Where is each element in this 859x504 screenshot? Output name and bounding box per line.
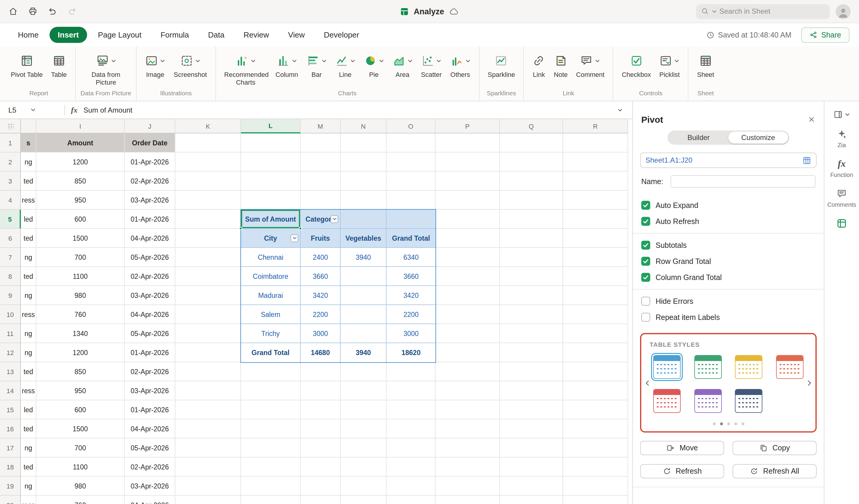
- panel-toggle-button[interactable]: [833, 110, 850, 119]
- ribbon-item-bar[interactable]: Bar: [303, 52, 330, 80]
- menu-tab-review[interactable]: Review: [235, 27, 277, 43]
- cell-p-16[interactable]: [436, 420, 500, 439]
- cell-p-7[interactable]: [436, 248, 500, 267]
- pivot-corner-cell[interactable]: Sum of Amount: [241, 210, 301, 229]
- pivot-city-chennai[interactable]: Chennai: [241, 248, 301, 267]
- cell-p-5[interactable]: [436, 210, 500, 229]
- undo-icon[interactable]: [48, 6, 57, 16]
- option-auto-refresh[interactable]: Auto Refresh: [640, 213, 817, 230]
- cell-n-15[interactable]: [341, 400, 387, 420]
- cell-q-13[interactable]: [500, 362, 563, 381]
- cell-i-7[interactable]: 700: [36, 248, 125, 267]
- cell-partial-16[interactable]: ted: [21, 420, 36, 439]
- column-header-o[interactable]: O: [387, 119, 436, 133]
- checkbox-repeat-item-labels[interactable]: [641, 313, 650, 322]
- pivot-name-input[interactable]: [670, 175, 815, 188]
- cell-partial-13[interactable]: ted: [21, 362, 36, 381]
- cell-k-9[interactable]: [175, 286, 241, 305]
- option-repeat-item-labels[interactable]: Repeat item Labels: [640, 309, 817, 325]
- pivot-table-range[interactable]: Sum of AmountCategoryCityFruitsVegetable…: [240, 209, 436, 363]
- cell-j-18[interactable]: 02-Apr-2026: [125, 458, 175, 477]
- cell-p-14[interactable]: [436, 381, 500, 400]
- cell-k-8[interactable]: [175, 267, 241, 286]
- cell-partial-19[interactable]: ng: [21, 477, 36, 496]
- cell-partial-12[interactable]: ng: [21, 343, 36, 362]
- chevron-down-icon[interactable]: [674, 58, 680, 63]
- cell-q-15[interactable]: [500, 400, 563, 420]
- cell-partial-17[interactable]: ng: [21, 439, 36, 458]
- cell-k-20[interactable]: [175, 496, 241, 504]
- cell-partial-5[interactable]: led: [21, 210, 36, 229]
- cell-q-16[interactable]: [500, 420, 563, 439]
- cell-m-3[interactable]: [301, 172, 341, 191]
- tab-builder[interactable]: Builder: [669, 132, 728, 144]
- menu-tab-home[interactable]: Home: [10, 27, 47, 43]
- ribbon-item-screenshot[interactable]: Screenshot: [170, 52, 210, 80]
- cell-p-18[interactable]: [436, 458, 500, 477]
- cell-k-15[interactable]: [175, 400, 241, 420]
- cell-partial-9[interactable]: ng: [21, 286, 36, 305]
- cell-r-1[interactable]: [563, 133, 628, 153]
- tab-customize[interactable]: Customize: [728, 132, 788, 144]
- table-style-blue[interactable]: [653, 355, 681, 379]
- cell-partial-6[interactable]: ted: [21, 229, 36, 248]
- cell-j-16[interactable]: 04-Apr-2026: [125, 420, 175, 439]
- cell-partial-7[interactable]: ng: [21, 248, 36, 267]
- cell-i-9[interactable]: 980: [36, 286, 125, 305]
- cell-o-3[interactable]: [387, 172, 436, 191]
- option-column-grand-total[interactable]: Column Grand Total: [640, 269, 817, 285]
- search-box[interactable]: [696, 4, 830, 19]
- cell-l-14[interactable]: [241, 381, 301, 400]
- cell-o-17[interactable]: [387, 439, 436, 458]
- cell-o-14[interactable]: [387, 381, 436, 400]
- refresh-all-button[interactable]: Refresh All: [733, 464, 817, 478]
- cell-partial-8[interactable]: ted: [21, 267, 36, 286]
- cell-j-14[interactable]: 03-Apr-2026: [125, 381, 175, 400]
- cell-r-13[interactable]: [563, 362, 628, 381]
- cell-k-17[interactable]: [175, 439, 241, 458]
- pivot-value[interactable]: 2400: [301, 248, 341, 267]
- row-header-19[interactable]: 19: [0, 477, 21, 496]
- cell-i-6[interactable]: 1500: [36, 229, 125, 248]
- cell-q-9[interactable]: [500, 286, 563, 305]
- cell-q-2[interactable]: [500, 153, 563, 172]
- cell-p-15[interactable]: [436, 400, 500, 420]
- ribbon-item-data-from-picture[interactable]: Data from Picture: [81, 52, 131, 87]
- ribbon-item-pie[interactable]: Pie: [360, 52, 388, 80]
- cell-p-10[interactable]: [436, 305, 500, 324]
- cell-p-1[interactable]: [436, 133, 500, 153]
- select-all-corner[interactable]: [0, 119, 21, 133]
- search-options-icon[interactable]: [712, 9, 717, 14]
- table-style-orange-red[interactable]: [776, 355, 803, 379]
- ribbon-item-note[interactable]: Note: [550, 52, 571, 80]
- pivot-value[interactable]: 3660: [301, 267, 341, 286]
- styles-prev-icon[interactable]: [644, 379, 651, 386]
- row-header-4[interactable]: 4: [0, 191, 21, 210]
- menu-tab-page-layout[interactable]: Page Layout: [89, 27, 150, 43]
- cell-i-10[interactable]: 760: [36, 305, 125, 324]
- cell-r-10[interactable]: [563, 305, 628, 324]
- checkbox-column-grand-total[interactable]: [641, 273, 650, 282]
- cell-j-9[interactable]: 03-Apr-2026: [125, 286, 175, 305]
- cell-p-3[interactable]: [436, 172, 500, 191]
- chevron-down-icon[interactable]: [595, 58, 600, 63]
- cell-l-1[interactable]: [241, 133, 301, 153]
- cell-p-11[interactable]: [436, 324, 500, 343]
- cell-k-4[interactable]: [175, 191, 241, 210]
- cell-r-11[interactable]: [563, 324, 628, 343]
- cell-reference-box[interactable]: L5: [8, 106, 59, 114]
- cell-n-4[interactable]: [341, 191, 387, 210]
- cell-r-6[interactable]: [563, 229, 628, 248]
- cell-k-5[interactable]: [175, 210, 241, 229]
- pivot-value[interactable]: [341, 324, 387, 343]
- cell-p-2[interactable]: [436, 153, 500, 172]
- cell-j-13[interactable]: 02-Apr-2026: [125, 362, 175, 381]
- cell-o-16[interactable]: [387, 420, 436, 439]
- cell-j-12[interactable]: 01-Apr-2026: [125, 343, 175, 362]
- pivot-row-field[interactable]: City: [241, 229, 301, 248]
- cell-i-2[interactable]: 1200: [36, 153, 125, 172]
- table-style-navy[interactable]: [735, 389, 763, 413]
- page-dot-3[interactable]: [727, 422, 730, 425]
- ribbon-item-line[interactable]: Line: [331, 52, 359, 80]
- pivot-city-trichy[interactable]: Trichy: [241, 324, 301, 343]
